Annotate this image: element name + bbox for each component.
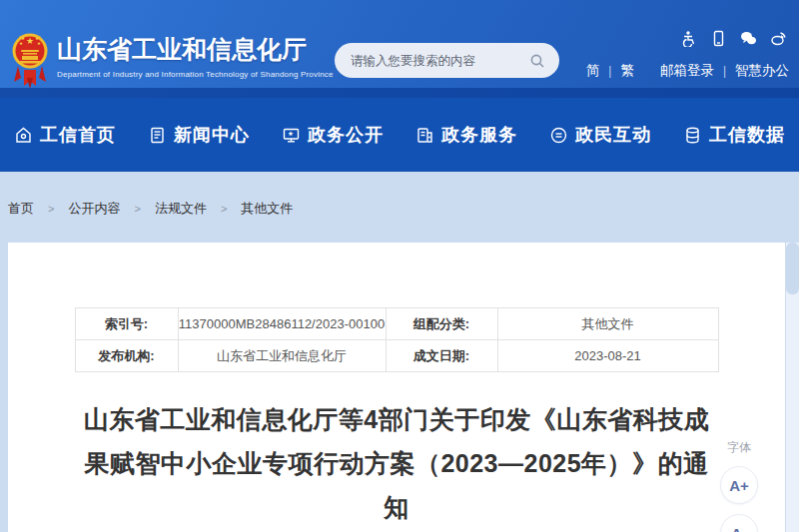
news-icon bbox=[148, 126, 167, 145]
breadcrumb-separator: > bbox=[134, 203, 140, 215]
breadcrumb-separator: > bbox=[48, 203, 54, 215]
site-title-english: Department of Industry and Information T… bbox=[57, 70, 317, 79]
meta-label-category: 组配分类: bbox=[386, 308, 497, 340]
meta-label-index: 索引号: bbox=[75, 308, 178, 340]
nav-label: 工信数据 bbox=[709, 123, 785, 147]
search-input[interactable] bbox=[351, 54, 529, 68]
database-icon bbox=[683, 126, 702, 145]
nav-item-news[interactable]: 新闻中心 bbox=[148, 123, 250, 147]
building-icon bbox=[415, 126, 434, 145]
nav-item-home[interactable]: 工信首页 bbox=[14, 123, 116, 147]
document-meta-table: 索引号: 11370000MB28486112/2023-00100 组配分类:… bbox=[75, 307, 719, 372]
breadcrumb-separator: > bbox=[221, 203, 227, 215]
main-nav: 工信首页 新闻中心 ★ 政务公开 政务服务 bbox=[0, 98, 799, 172]
lang-traditional-link[interactable]: 繁 bbox=[620, 62, 634, 80]
mobile-icon[interactable] bbox=[710, 30, 727, 47]
nav-label: 工信首页 bbox=[40, 123, 116, 147]
font-size-controls: 字体 A+ A- bbox=[720, 439, 758, 532]
wechat-icon[interactable] bbox=[740, 30, 757, 47]
nav-item-gov-disclosure[interactable]: ★ 政务公开 bbox=[282, 123, 384, 147]
meta-value-index: 11370000MB28486112/2023-00100 bbox=[178, 308, 386, 340]
weibo-icon[interactable] bbox=[770, 30, 787, 47]
header-quick-links: 简 | 繁 邮箱登录 | 智慧办公 bbox=[586, 62, 789, 80]
site-title: 山东省工业和信息化厅 bbox=[57, 33, 317, 66]
breadcrumb: 首页 > 公开内容 > 法规文件 > 其他文件 bbox=[8, 200, 293, 218]
table-row: 发布机构: 山东省工业和信息化厅 成文日期: 2023-08-21 bbox=[75, 340, 718, 372]
breadcrumb-regulation-files[interactable]: 法规文件 bbox=[155, 200, 207, 218]
meta-value-category: 其他文件 bbox=[497, 308, 718, 340]
font-increase-button[interactable]: A+ bbox=[720, 466, 758, 504]
divider: | bbox=[723, 64, 726, 78]
meta-value-issuer: 山东省工业和信息化厅 bbox=[178, 340, 386, 372]
meta-label-issuer: 发布机构: bbox=[75, 340, 178, 372]
nav-label: 政民互动 bbox=[575, 123, 651, 147]
lang-simplified-link[interactable]: 简 bbox=[586, 62, 600, 80]
monitor-icon: ★ bbox=[282, 126, 301, 145]
site-header: ★ ★ ★ ★ ★ 山东省工业和信息化厅 Department of Indus… bbox=[0, 0, 799, 98]
table-row: 索引号: 11370000MB28486112/2023-00100 组配分类:… bbox=[75, 308, 718, 340]
brand-block: 山东省工业和信息化厅 Department of Industry and In… bbox=[57, 33, 317, 79]
mail-login-link[interactable]: 邮箱登录 bbox=[660, 62, 714, 80]
search-icon[interactable] bbox=[529, 53, 545, 69]
breadcrumb-home[interactable]: 首页 bbox=[8, 200, 34, 218]
home-icon bbox=[14, 126, 33, 145]
national-emblem-logo: ★ ★ ★ ★ ★ bbox=[12, 26, 48, 94]
nav-label: 政务公开 bbox=[308, 123, 384, 147]
divider: | bbox=[608, 64, 611, 78]
breadcrumb-other-files[interactable]: 其他文件 bbox=[241, 200, 293, 218]
accessibility-icon[interactable] bbox=[680, 30, 697, 47]
article-title: 山东省工业和信息化厅等4部门关于印发《山东省科技成果赋智中小企业专项行动方案（2… bbox=[77, 397, 716, 529]
scrollbar-track[interactable] bbox=[786, 243, 799, 532]
meta-value-date: 2023-08-21 bbox=[497, 340, 718, 372]
scrollbar-thumb[interactable] bbox=[786, 243, 799, 294]
font-size-label: 字体 bbox=[720, 439, 758, 456]
nav-item-data[interactable]: 工信数据 bbox=[683, 123, 785, 147]
document-card: 索引号: 11370000MB28486112/2023-00100 组配分类:… bbox=[8, 243, 785, 532]
smart-office-link[interactable]: 智慧办公 bbox=[735, 62, 789, 80]
nav-label: 新闻中心 bbox=[174, 123, 250, 147]
meta-label-date: 成文日期: bbox=[386, 340, 497, 372]
svg-text:★: ★ bbox=[288, 130, 295, 137]
svg-text:★: ★ bbox=[37, 41, 41, 46]
svg-text:★: ★ bbox=[26, 36, 34, 46]
header-utility-icons bbox=[680, 30, 787, 47]
font-decrease-button[interactable]: A- bbox=[720, 514, 758, 532]
svg-text:★: ★ bbox=[19, 41, 23, 46]
search-box[interactable] bbox=[335, 43, 559, 78]
nav-label: 政务服务 bbox=[441, 123, 517, 147]
nav-item-gov-services[interactable]: 政务服务 bbox=[415, 123, 517, 147]
nav-item-interaction[interactable]: 政民互动 bbox=[549, 123, 651, 147]
interaction-icon bbox=[549, 126, 568, 145]
breadcrumb-open-content[interactable]: 公开内容 bbox=[68, 200, 120, 218]
page-body: 首页 > 公开内容 > 法规文件 > 其他文件 索引号: 11370000MB2… bbox=[0, 172, 799, 532]
